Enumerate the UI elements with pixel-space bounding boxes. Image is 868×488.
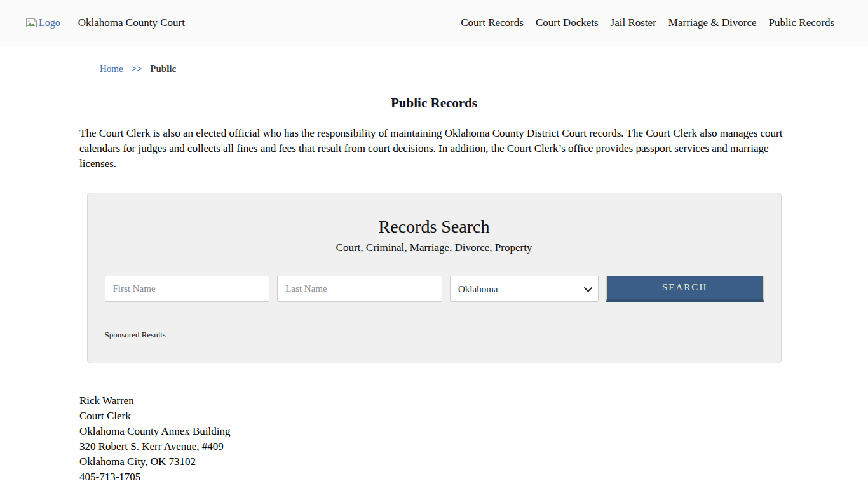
main-nav: Court Records Court Dockets Jail Roster … — [461, 17, 834, 29]
header: Logo Oklahoma County Court Court Records… — [0, 0, 868, 46]
contact-phone: 405-713-1705 — [79, 470, 789, 485]
logo-alt-text: Logo — [39, 17, 60, 29]
nav-item-jail-roster[interactable]: Jail Roster — [611, 17, 656, 29]
state-select-wrap: Oklahoma — [450, 276, 599, 302]
main-content: Home >> Public Public Records The Court … — [79, 46, 789, 488]
nav-item-marriage-divorce[interactable]: Marriage & Divorce — [668, 17, 757, 29]
last-name-input[interactable] — [277, 276, 442, 302]
broken-image-icon — [25, 18, 37, 28]
search-button[interactable]: SEARCH — [606, 276, 764, 302]
contact-city: Oklahoma City, OK 73102 — [79, 454, 789, 470]
contact-info: Rick Warren Court Clerk Oklahoma County … — [79, 393, 789, 488]
first-name-input[interactable] — [105, 276, 270, 302]
panel-subtitle: Court, Criminal, Marriage, Divorce, Prop… — [105, 241, 764, 254]
state-select[interactable]: Oklahoma — [450, 276, 599, 302]
breadcrumb-home-link[interactable]: Home — [100, 64, 123, 74]
page-title: Public Records — [79, 95, 789, 111]
contact-street: 320 Robert S. Kerr Avenue, #409 — [79, 439, 789, 454]
contact-name: Rick Warren — [79, 393, 789, 409]
contact-building: Oklahoma County Annex Building — [79, 424, 789, 439]
search-form: Oklahoma SEARCH — [105, 276, 764, 302]
records-search-panel: Records Search Court, Criminal, Marriage… — [87, 193, 782, 363]
nav-item-court-dockets[interactable]: Court Dockets — [536, 17, 599, 29]
breadcrumb: Home >> Public — [79, 46, 789, 74]
nav-item-court-records[interactable]: Court Records — [461, 17, 524, 29]
panel-title: Records Search — [105, 217, 764, 237]
intro-paragraph: The Court Clerk is also an elected offic… — [79, 126, 789, 172]
sponsored-results-label: Sponsored Results — [105, 330, 764, 340]
breadcrumb-separator: >> — [131, 64, 142, 74]
site-title: Oklahoma County Court — [78, 17, 185, 29]
nav-item-public-records[interactable]: Public Records — [769, 17, 834, 29]
site-logo[interactable]: Logo — [25, 17, 60, 29]
breadcrumb-current: Public — [150, 64, 176, 74]
contact-role: Court Clerk — [79, 409, 789, 424]
